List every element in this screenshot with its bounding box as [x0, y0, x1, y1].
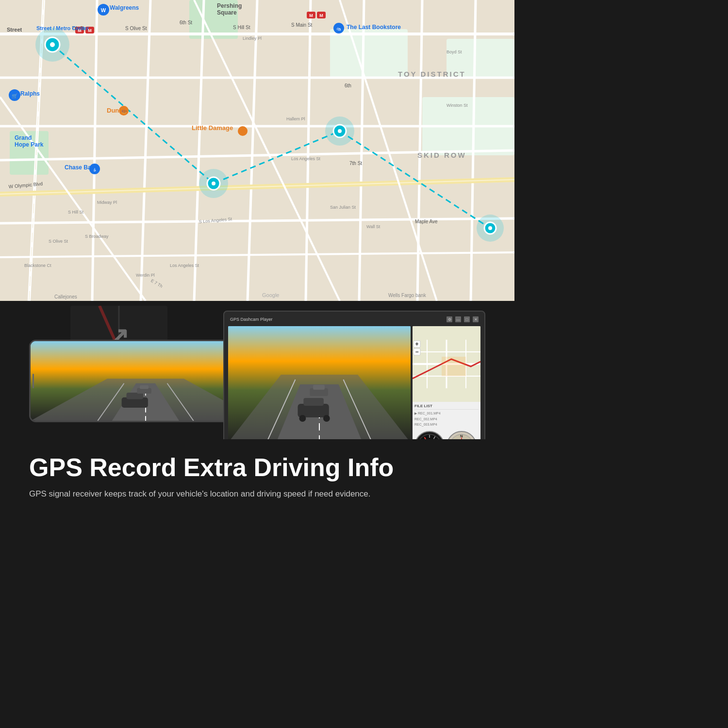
sub-description: GPS signal receiver keeps track of your … — [29, 488, 466, 500]
svg-point-128 — [323, 415, 330, 422]
svg-text:Pershing: Pershing — [217, 2, 242, 9]
svg-text:Little Damage: Little Damage — [192, 124, 233, 132]
svg-text:Dunkin: Dunkin — [107, 107, 128, 114]
svg-text:Google: Google — [262, 292, 279, 298]
svg-rect-126 — [303, 398, 324, 406]
svg-rect-116 — [127, 393, 144, 399]
svg-text:Hallem Pl: Hallem Pl — [286, 116, 305, 121]
map-section: W M M M M 🛒 🍩 $ 🛍 Walgreens Pershing Squ… — [0, 0, 514, 301]
svg-text:Street: Street — [7, 27, 22, 33]
settings-btn[interactable]: ⚙ — [447, 316, 452, 322]
svg-text:Boyd St: Boyd St — [447, 50, 462, 54]
svg-point-127 — [299, 415, 306, 422]
svg-point-53 — [238, 126, 248, 136]
svg-point-29 — [50, 42, 55, 47]
svg-text:Grand: Grand — [15, 134, 32, 141]
file-list-label: FILE LIST — [414, 404, 479, 408]
svg-text:7th St: 7th St — [349, 161, 362, 166]
svg-text:M: M — [319, 13, 323, 18]
svg-rect-118 — [140, 385, 149, 389]
svg-text:S Hill St: S Hill St — [233, 25, 250, 30]
video-pane — [228, 326, 411, 443]
close-btn[interactable]: ✕ — [473, 316, 479, 322]
text-section: GPS Record Extra Driving Info GPS signal… — [0, 439, 514, 514]
svg-text:6th: 6th — [345, 83, 351, 88]
svg-text:Los Angeles St: Los Angeles St — [170, 263, 199, 268]
svg-point-35 — [338, 129, 342, 133]
svg-text:Midway Pl: Midway Pl — [97, 200, 117, 205]
svg-text:Chase Bank: Chase Bank — [65, 164, 98, 171]
svg-text:S Main St: S Main St — [291, 22, 313, 28]
svg-text:San Julian St: San Julian St — [330, 205, 356, 210]
svg-text:Street / Metro Center: Street / Metro Center — [36, 25, 89, 31]
svg-text:🛒: 🛒 — [12, 93, 18, 99]
file-list: FILE LIST ▶ REC_001.MP4 REC_002.MP4 REC_… — [413, 402, 480, 429]
svg-text:S Olive St: S Olive St — [125, 26, 147, 31]
svg-text:−: − — [415, 348, 418, 355]
svg-rect-3 — [330, 29, 408, 78]
svg-text:W: W — [101, 7, 106, 13]
svg-text:Wall St: Wall St — [366, 224, 381, 229]
svg-text:Winston St: Winston St — [447, 103, 468, 108]
svg-text:Square: Square — [217, 9, 237, 16]
dark-section: The Santee Al... Angeles St ↗ — [0, 301, 514, 514]
svg-rect-130 — [313, 385, 325, 390]
svg-rect-138 — [442, 357, 466, 376]
minimize-btn[interactable]: — — [455, 316, 461, 322]
mini-map-pane: + − FILE LIST ▶ REC_001.MP4 REC_002.MP4 … — [413, 326, 480, 443]
svg-text:Werdin Pl: Werdin Pl — [136, 273, 155, 278]
svg-text:Walgreens: Walgreens — [110, 4, 139, 11]
svg-text:S Olive St: S Olive St — [49, 239, 68, 244]
svg-text:S Broadway: S Broadway — [85, 234, 109, 239]
svg-text:🛍: 🛍 — [337, 27, 341, 32]
svg-text:6th St: 6th St — [180, 20, 192, 25]
main-heading: GPS Record Extra Driving Info — [29, 454, 485, 481]
svg-text:The Last Bookstore: The Last Bookstore — [347, 24, 401, 31]
svg-text:Blackstone Ct: Blackstone Ct — [24, 263, 51, 268]
svg-text:M: M — [309, 13, 313, 18]
maximize-btn[interactable]: □ — [464, 316, 470, 322]
svg-text:Ralphs: Ralphs — [20, 90, 40, 97]
svg-text:+: + — [415, 341, 418, 347]
svg-point-38 — [488, 226, 492, 230]
svg-text:SKID ROW: SKID ROW — [417, 151, 466, 159]
svg-point-32 — [212, 182, 215, 185]
svg-text:TOY DISTRICT: TOY DISTRICT — [398, 70, 466, 78]
svg-text:Los Angeles St: Los Angeles St — [291, 156, 321, 161]
svg-text:Maple Ave: Maple Ave — [415, 219, 438, 224]
svg-text:Lindley Pl: Lindley Pl — [243, 36, 262, 41]
svg-text:Hope Park: Hope Park — [15, 141, 44, 148]
svg-text:Wells Fargo bank: Wells Fargo bank — [388, 293, 427, 298]
svg-text:Callejones: Callejones — [54, 294, 77, 299]
laptop-title: GPS Dashcam Player — [230, 317, 273, 322]
svg-text:S Hill St: S Hill St — [68, 210, 84, 215]
